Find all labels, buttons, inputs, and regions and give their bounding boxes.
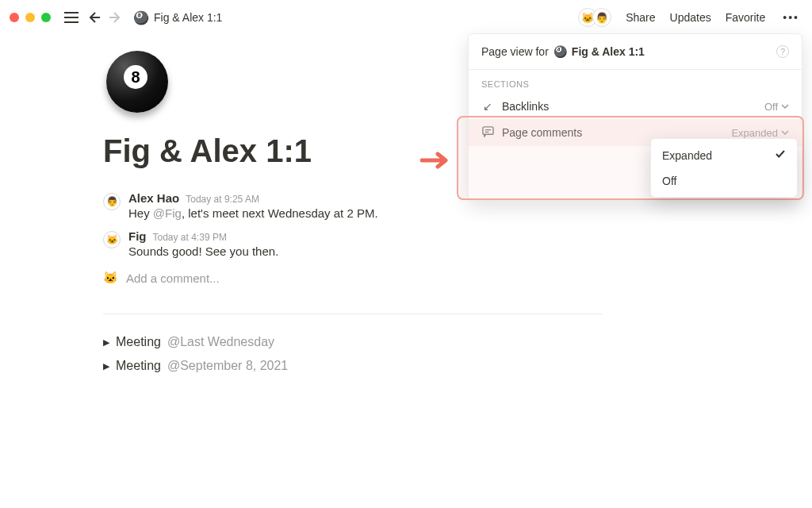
comment-author: Alex Hao	[128, 191, 179, 205]
submenu-item-expanded[interactable]: Expanded	[651, 142, 797, 168]
panel-header: Page view for 🎱 Fig & Alex 1:1 ?	[469, 34, 802, 70]
nav-forward-icon[interactable]	[105, 6, 127, 29]
submenu-item-label: Off	[662, 175, 676, 187]
submenu-item-off[interactable]: Off	[651, 168, 797, 194]
toggle-date[interactable]: @September 8, 2021	[167, 359, 288, 373]
toggle-block[interactable]: ▶ Meeting @September 8, 2021	[103, 354, 603, 378]
mention[interactable]: @Fig	[153, 206, 182, 220]
breadcrumb-icon: 🎱	[133, 10, 149, 25]
breadcrumb[interactable]: 🎱 Fig & Alex 1:1	[133, 10, 222, 25]
avatar: 👨	[103, 193, 121, 210]
comment-time: Today at 4:39 PM	[153, 232, 227, 243]
toggle-date[interactable]: @Last Wednesday	[167, 335, 274, 349]
toggle-arrow-icon[interactable]: ▶	[103, 337, 109, 348]
toggle-block[interactable]: ▶ Meeting @Last Wednesday	[103, 330, 603, 354]
panel-row-backlinks[interactable]: ↙ Backlinks Off	[469, 94, 802, 119]
window-maximize[interactable]	[41, 13, 51, 22]
tutorial-arrow-icon	[420, 151, 449, 173]
nav-back-icon[interactable]	[82, 6, 105, 29]
toggle-arrow-icon[interactable]: ▶	[103, 361, 109, 371]
backlinks-icon: ↙	[481, 100, 494, 113]
window-minimize[interactable]	[25, 13, 35, 22]
panel-row-value: Expanded	[731, 127, 789, 139]
window-close[interactable]	[10, 13, 19, 22]
add-comment-placeholder: Add a comment...	[126, 271, 220, 285]
comment-time: Today at 9:25 AM	[186, 194, 259, 205]
help-icon[interactable]: ?	[776, 45, 789, 58]
chevron-down-icon	[781, 129, 789, 137]
avatar: 👨	[592, 8, 611, 27]
breadcrumb-title: Fig & Alex 1:1	[154, 11, 222, 24]
comment-text: Sounds good! See you then.	[128, 244, 278, 258]
favorite-button[interactable]: Favorite	[726, 11, 766, 24]
share-button[interactable]: Share	[626, 11, 655, 24]
submenu-item-label: Expanded	[662, 149, 712, 162]
eight-ball-icon	[106, 51, 168, 113]
panel-heading-prefix: Page view for	[481, 45, 549, 58]
panel-row-value: Off	[764, 101, 789, 113]
avatar: 🐱	[103, 231, 121, 248]
toggle-label: Meeting	[116, 359, 161, 373]
panel-heading-title: Fig & Alex 1:1	[572, 45, 645, 58]
page-comments: 👨 Alex Hao Today at 9:25 AM Hey @Fig, le…	[103, 187, 603, 293]
more-icon[interactable]: •••	[779, 11, 802, 24]
toggle-label: Meeting	[116, 335, 161, 349]
add-comment-input[interactable]: 🐱 Add a comment...	[103, 263, 603, 293]
topbar-actions: 🐱 👨 Share Updates Favorite •••	[583, 8, 802, 27]
sidebar-toggle-icon[interactable]	[60, 6, 82, 29]
topbar: 🎱 Fig & Alex 1:1 🐱 👨 Share Updates Favor…	[0, 0, 812, 35]
comments-icon	[481, 125, 494, 140]
panel-section-label: SECTIONS	[469, 70, 802, 94]
panel-row-label: Page comments	[502, 126, 582, 139]
panel-row-label: Backlinks	[502, 100, 549, 113]
comment-author: Fig	[128, 229, 147, 243]
comment-text: Hey @Fig, let's meet next Wednesday at 2…	[128, 206, 378, 220]
page-comments-submenu: Expanded Off	[650, 138, 798, 198]
check-icon	[775, 148, 786, 162]
presence-avatars[interactable]: 🐱 👨	[583, 8, 611, 27]
comment[interactable]: 🐱 Fig Today at 4:39 PM Sounds good! See …	[103, 225, 603, 263]
updates-button[interactable]: Updates	[670, 11, 711, 24]
panel-heading-icon: 🎱	[553, 45, 567, 58]
divider	[103, 314, 603, 314]
avatar: 🐱	[103, 271, 118, 285]
window-controls	[10, 13, 51, 22]
chevron-down-icon	[781, 102, 789, 110]
svg-rect-0	[482, 127, 492, 134]
